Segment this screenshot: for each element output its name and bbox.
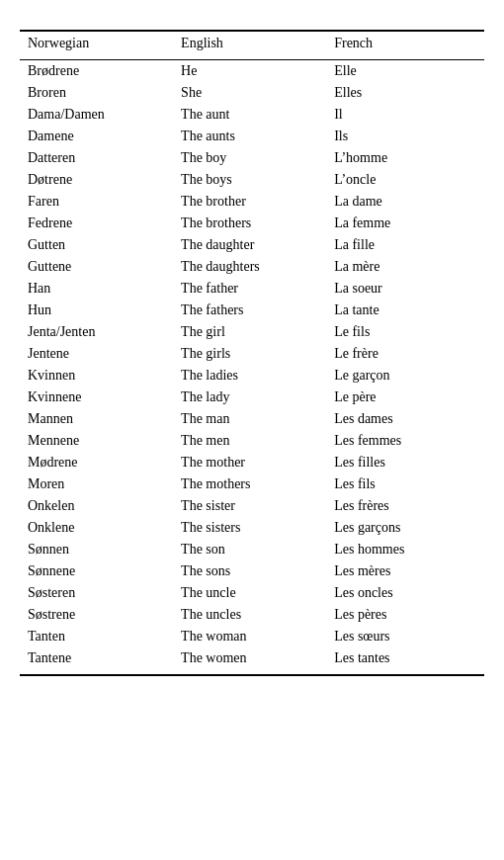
cell-french: Les tantes	[326, 647, 484, 675]
cell-french: Il	[326, 104, 484, 126]
cell-french: Elle	[326, 60, 484, 83]
cell-english: The uncle	[173, 582, 326, 604]
cell-french: Ils	[326, 126, 484, 147]
cell-norwegian: Broren	[20, 82, 173, 104]
cell-english: The son	[173, 539, 326, 560]
cell-english: The man	[173, 408, 326, 430]
table-row: DøtreneThe boysL’oncle	[20, 169, 484, 191]
header-french: French	[326, 31, 484, 60]
cell-english: He	[173, 60, 326, 83]
cell-french: La soeur	[326, 278, 484, 300]
cell-norwegian: Mannen	[20, 408, 173, 430]
cell-norwegian: Faren	[20, 191, 173, 213]
table-row: KvinneneThe ladyLe père	[20, 387, 484, 408]
cell-french: Les fils	[326, 473, 484, 495]
cell-norwegian: Gutten	[20, 234, 173, 256]
table-row: DatterenThe boyL’homme	[20, 147, 484, 169]
cell-norwegian: Han	[20, 278, 173, 300]
cell-english: The girl	[173, 321, 326, 343]
cell-norwegian: Onklene	[20, 517, 173, 539]
cell-french: L’oncle	[326, 169, 484, 191]
table-row: MorenThe mothersLes fils	[20, 473, 484, 495]
table-row: Jenta/JentenThe girlLe fils	[20, 321, 484, 343]
table-row: BrødreneHeElle	[20, 60, 484, 83]
cell-english: The boy	[173, 147, 326, 169]
cell-english: The father	[173, 278, 326, 300]
table-row: FarenThe brotherLa dame	[20, 191, 484, 213]
table-row: SøsterenThe uncleLes oncles	[20, 582, 484, 604]
cell-norwegian: Fedrene	[20, 213, 173, 234]
cell-english: The men	[173, 430, 326, 452]
cell-french: Le frère	[326, 343, 484, 365]
cell-french: Les sœurs	[326, 626, 484, 647]
table-row: OnkelenThe sisterLes frères	[20, 495, 484, 517]
cell-norwegian: Datteren	[20, 147, 173, 169]
cell-norwegian: Søstrene	[20, 604, 173, 626]
cell-norwegian: Dama/Damen	[20, 104, 173, 126]
cell-french: La femme	[326, 213, 484, 234]
cell-english: The brothers	[173, 213, 326, 234]
table-row: SøstreneThe unclesLes pères	[20, 604, 484, 626]
cell-english: The mother	[173, 452, 326, 473]
cell-english: The aunt	[173, 104, 326, 126]
cell-french: Les oncles	[326, 582, 484, 604]
cell-english: The women	[173, 647, 326, 675]
cell-english: The woman	[173, 626, 326, 647]
cell-french: Le père	[326, 387, 484, 408]
header-english: English	[173, 31, 326, 60]
cell-norwegian: Tantene	[20, 647, 173, 675]
cell-norwegian: Døtrene	[20, 169, 173, 191]
table-row: MannenThe manLes dames	[20, 408, 484, 430]
cell-french: Les femmes	[326, 430, 484, 452]
cell-english: The lady	[173, 387, 326, 408]
table-row: GuttenThe daughterLa fille	[20, 234, 484, 256]
cell-norwegian: Tanten	[20, 626, 173, 647]
table-row: DameneThe auntsIls	[20, 126, 484, 147]
cell-french: L’homme	[326, 147, 484, 169]
cell-norwegian: Sønnene	[20, 560, 173, 582]
header-row: Norwegian English French	[20, 31, 484, 60]
cell-french: Les mères	[326, 560, 484, 582]
cell-norwegian: Jentene	[20, 343, 173, 365]
vocabulary-table: Norwegian English French BrødreneHeElleB…	[20, 30, 484, 680]
cell-norwegian: Søsteren	[20, 582, 173, 604]
cell-english: The sister	[173, 495, 326, 517]
cell-english: The sons	[173, 560, 326, 582]
cell-french: La dame	[326, 191, 484, 213]
cell-norwegian: Hun	[20, 300, 173, 321]
cell-english: The brother	[173, 191, 326, 213]
cell-english: The boys	[173, 169, 326, 191]
cell-english: The aunts	[173, 126, 326, 147]
cell-norwegian: Sønnen	[20, 539, 173, 560]
table-row: HunThe fathersLa tante	[20, 300, 484, 321]
header-norwegian: Norwegian	[20, 31, 173, 60]
table-row: OnkleneThe sistersLes garçons	[20, 517, 484, 539]
cell-norwegian: Moren	[20, 473, 173, 495]
cell-english: The sisters	[173, 517, 326, 539]
cell-english: The daughters	[173, 256, 326, 278]
cell-french: Elles	[326, 82, 484, 104]
cell-norwegian: Damene	[20, 126, 173, 147]
table-row: MødreneThe motherLes filles	[20, 452, 484, 473]
cell-english: The ladies	[173, 365, 326, 387]
table-row: Dama/DamenThe auntIl	[20, 104, 484, 126]
table-row: SønneneThe sonsLes mères	[20, 560, 484, 582]
cell-french: Le fils	[326, 321, 484, 343]
cell-english: The fathers	[173, 300, 326, 321]
cell-norwegian: Kvinnen	[20, 365, 173, 387]
table-row: SønnenThe sonLes hommes	[20, 539, 484, 560]
cell-french: Les hommes	[326, 539, 484, 560]
table-row: JenteneThe girlsLe frère	[20, 343, 484, 365]
cell-french: La tante	[326, 300, 484, 321]
cell-french: Les dames	[326, 408, 484, 430]
cell-norwegian: Onkelen	[20, 495, 173, 517]
cell-english: The uncles	[173, 604, 326, 626]
table-row: KvinnenThe ladiesLe garçon	[20, 365, 484, 387]
cell-norwegian: Guttene	[20, 256, 173, 278]
footer-cell	[20, 675, 484, 680]
cell-french: La fille	[326, 234, 484, 256]
cell-norwegian: Jenta/Jenten	[20, 321, 173, 343]
cell-french: Les filles	[326, 452, 484, 473]
table-row: TantenThe womanLes sœurs	[20, 626, 484, 647]
cell-french: Les pères	[326, 604, 484, 626]
